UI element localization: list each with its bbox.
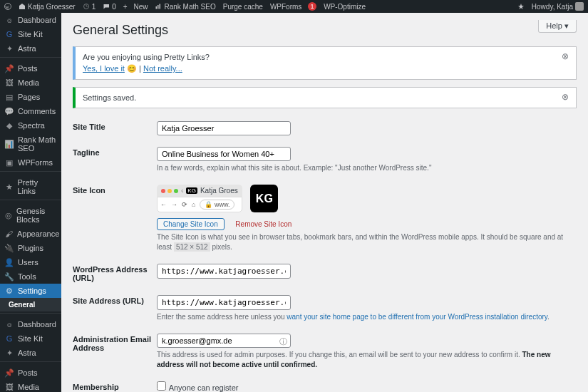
- user-icon: 👤: [5, 258, 14, 267]
- menu-prettylinks[interactable]: ★Pretty Links: [0, 175, 61, 198]
- dashboard-icon: ⌾: [5, 320, 14, 329]
- media-icon: 🖼: [5, 78, 14, 87]
- astra-icon: ✦: [5, 349, 14, 357]
- site-icon-desc: The Site Icon is what you see in browser…: [157, 232, 577, 252]
- pin-icon: 📌: [5, 368, 14, 377]
- menu-media-2[interactable]: 🖼Media: [0, 380, 61, 392]
- admin-bar: Katja Groesser 1 0 + New Rank Math SEO P…: [0, 0, 588, 13]
- site-name-link[interactable]: Katja Groesser: [19, 3, 76, 11]
- help-tab[interactable]: Help ▾: [538, 20, 577, 33]
- saved-text: Settings saved.: [83, 93, 136, 102]
- admin-email-label: Administration Email Address: [73, 328, 157, 376]
- svg-rect-1: [156, 6, 158, 9]
- wpforms-badge: 1: [308, 2, 316, 11]
- menu-plugins[interactable]: 🔌Plugins: [0, 241, 61, 255]
- membership-checkbox[interactable]: [157, 381, 166, 391]
- menu-dashboard-2[interactable]: ⌾Dashboard: [0, 317, 61, 331]
- notice-no-link[interactable]: Not really...: [143, 64, 182, 73]
- site-url-input[interactable]: [157, 295, 291, 310]
- dismiss-icon[interactable]: ⊗: [562, 92, 572, 102]
- comments-icon: 💬: [5, 107, 14, 115]
- info-icon: ⓘ: [279, 336, 287, 347]
- dismiss-icon[interactable]: ⊗: [562, 51, 572, 61]
- star-icon: ★: [5, 182, 13, 191]
- remove-site-icon-link[interactable]: Remove Site Icon: [235, 220, 292, 228]
- menu-comments[interactable]: 💬Comments: [0, 104, 61, 118]
- site-url-help-link[interactable]: want your site home page to be different…: [287, 313, 547, 321]
- admin-sidebar: ⌾Dashboard GSite Kit ✦Astra 📌Posts 🖼Medi…: [0, 13, 61, 392]
- pretty-links-notice: ⊗ Are you enjoying using Pretty Links? Y…: [73, 46, 577, 80]
- membership-checkbox-label[interactable]: Anyone can register: [157, 382, 238, 392]
- brush-icon: 🖌: [5, 229, 13, 238]
- page-title: General Settings: [73, 23, 577, 38]
- site-url-desc: Enter the same address here unless you w…: [157, 312, 577, 322]
- tagline-label: Tagline: [73, 141, 157, 179]
- site-icon-preview: KG: [250, 185, 278, 212]
- menu-media[interactable]: 🖼Media: [0, 76, 61, 90]
- menu-settings[interactable]: ⚙Settings: [0, 284, 61, 298]
- admin-email-input[interactable]: [157, 334, 291, 348]
- menu-appearance[interactable]: 🖌Appearance: [0, 227, 61, 241]
- wpoptimize-bar[interactable]: WP-Optimize: [324, 3, 366, 11]
- sitekit-icon: G: [5, 334, 14, 343]
- updates-link[interactable]: 1: [83, 3, 96, 11]
- site-name-text: Katja Groesser: [28, 3, 76, 11]
- chevron-left-icon: ‹: [181, 187, 183, 195]
- notice-question: Are you enjoying using Pretty Links?: [83, 53, 556, 61]
- menu-tools[interactable]: 🔧Tools: [0, 269, 61, 284]
- rankmath-bar[interactable]: Rank Math SEO: [155, 3, 215, 11]
- sitekit-icon: G: [5, 30, 14, 38]
- genesis-icon: ◎: [5, 211, 12, 220]
- wpforms-bar[interactable]: WPForms 1: [270, 2, 316, 11]
- menu-dashboard[interactable]: ⌾Dashboard: [0, 13, 61, 27]
- menu-sitekit[interactable]: GSite Kit: [0, 27, 61, 41]
- tagline-input[interactable]: [157, 147, 291, 161]
- menu-sitekit-2[interactable]: GSite Kit: [0, 331, 61, 346]
- purge-cache[interactable]: Purge cache: [223, 3, 263, 11]
- site-url-label: Site Address (URL): [73, 289, 157, 328]
- menu-wpforms[interactable]: ▣WPForms: [0, 155, 61, 170]
- membership-label: Membership: [73, 376, 157, 392]
- menu-posts-2[interactable]: 📌Posts: [0, 366, 61, 380]
- chart-icon: 📊: [5, 140, 14, 148]
- menu-spectra[interactable]: ◆Spectra: [0, 118, 61, 133]
- wp-url-label: WordPress Address (URL): [73, 258, 157, 289]
- menu-posts[interactable]: 📌Posts: [0, 61, 61, 76]
- home-icon: ⌂: [192, 201, 195, 208]
- forward-icon: →: [171, 201, 177, 208]
- astra-icon: ✦: [5, 44, 14, 53]
- new-link[interactable]: + New: [123, 3, 148, 11]
- site-title-input[interactable]: [157, 121, 291, 135]
- menu-astra-2[interactable]: ✦Astra: [0, 346, 61, 360]
- media-icon: 🖼: [5, 383, 14, 391]
- submenu-general[interactable]: General: [0, 298, 61, 311]
- site-icon-label: Site Icon: [73, 179, 157, 258]
- svg-rect-3: [160, 4, 161, 9]
- menu-pages[interactable]: ▤Pages: [0, 90, 61, 104]
- plugin-icon: 🔌: [5, 244, 14, 252]
- notice-yes-link[interactable]: Yes, I love it: [83, 64, 125, 73]
- wp-url-input[interactable]: [157, 264, 291, 279]
- dashboard-icon: ⌾: [5, 16, 14, 24]
- back-icon: ←: [160, 201, 167, 208]
- menu-rankmath[interactable]: 📊Rank Math SEO: [0, 133, 61, 155]
- change-site-icon-button[interactable]: Change Site Icon: [157, 218, 225, 230]
- pages-icon: ▤: [5, 93, 14, 101]
- browser-mock: ‹ KG Katja Groes ← → ⟳ ⌂ 🔒 www.: [157, 185, 242, 212]
- menu-astra[interactable]: ✦Astra: [0, 41, 61, 56]
- comments-link[interactable]: 0: [103, 3, 116, 11]
- menu-genesis[interactable]: ◎Genesis Blocks: [0, 204, 61, 227]
- slider-icon: ⚙: [5, 287, 14, 295]
- forms-icon: ▣: [5, 158, 14, 167]
- site-title-label: Site Title: [73, 115, 157, 141]
- menu-users[interactable]: 👤Users: [0, 255, 61, 269]
- content-area: Help ▾ General Settings ⊗ Are you enjoyi…: [61, 13, 588, 392]
- spectra-icon: ◆: [5, 121, 14, 130]
- admin-email-desc: This address is used for admin purposes.…: [157, 350, 577, 370]
- wp-logo[interactable]: [4, 3, 11, 10]
- plus-icon: +: [123, 3, 128, 11]
- avatar: [575, 2, 584, 11]
- saved-notice: ⊗ Settings saved.: [73, 87, 577, 108]
- performance-icon[interactable]: [517, 3, 525, 10]
- howdy-link[interactable]: Howdy, Katja: [532, 2, 584, 11]
